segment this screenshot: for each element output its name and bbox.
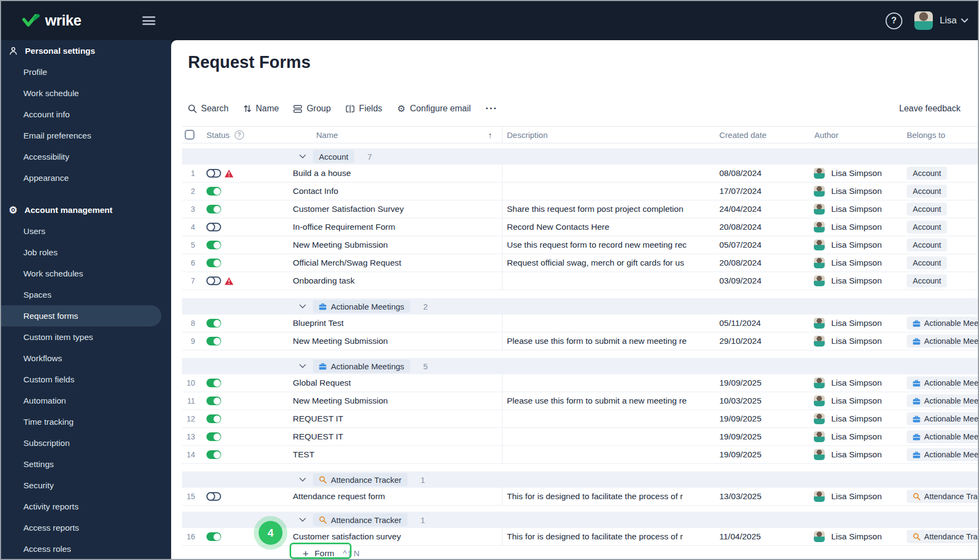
more-options-button[interactable]: ··· (486, 103, 498, 115)
column-header-author[interactable]: Author (809, 130, 901, 140)
sidebar-item-users[interactable]: Users (1, 221, 171, 242)
status-toggle[interactable] (206, 379, 221, 387)
group-header[interactable]: Attendance Tracker1 (182, 471, 978, 488)
leave-feedback-link[interactable]: Leave feedback (899, 104, 961, 114)
table-row[interactable]: 9New Meeting SubmissionPlease use this f… (182, 332, 978, 350)
status-toggle[interactable] (206, 205, 221, 213)
form-name[interactable]: Build a a house (287, 168, 502, 178)
sidebar-item-automation[interactable]: Automation (1, 390, 171, 411)
group-pill[interactable]: Account (313, 150, 354, 163)
column-header-name[interactable]: Name ↑ (287, 127, 502, 143)
chevron-down-icon[interactable] (299, 477, 306, 482)
select-all-checkbox[interactable] (185, 130, 194, 140)
sidebar-item-appearance[interactable]: Appearance (1, 167, 171, 188)
table-row[interactable]: 6Official Merch/Swag RequestRequest offi… (182, 254, 978, 272)
form-name[interactable]: New Meeting Submission (287, 240, 502, 250)
sidebar-item-work-schedule[interactable]: Work schedule (1, 83, 171, 104)
table-row[interactable]: 12REQUEST IT19/09/2025Lisa SimpsonAction… (182, 410, 978, 428)
status-toggle[interactable] (206, 187, 221, 196)
status-toggle[interactable] (206, 414, 221, 423)
table-row[interactable]: 7Onboarding task03/09/2024Lisa SimpsonAc… (182, 272, 978, 290)
sidebar-item-access-roles[interactable]: Access roles (1, 538, 171, 559)
sidebar-item-spaces[interactable]: Spaces (1, 284, 171, 305)
table-row[interactable]: 16Customer satisfaction surveyThis for i… (182, 528, 978, 546)
group-pill[interactable]: Actionable Meetings (313, 300, 410, 313)
sidebar-item-security[interactable]: Security (1, 475, 171, 496)
status-toggle[interactable] (206, 337, 221, 345)
status-toggle[interactable] (206, 492, 221, 501)
sidebar-section-personal-settings[interactable]: Personal settings (1, 40, 171, 61)
chevron-down-icon[interactable] (961, 18, 968, 23)
group-header[interactable]: Actionable Meetings5 (182, 358, 978, 374)
table-row[interactable]: 13REQUEST IT19/09/2025Lisa SimpsonAction… (182, 428, 978, 446)
status-toggle[interactable] (206, 450, 221, 459)
form-name[interactable]: In-office Requirement Form (287, 222, 502, 232)
form-name[interactable]: Official Merch/Swag Request (287, 258, 502, 268)
form-name[interactable]: REQUEST IT (287, 414, 502, 424)
form-name[interactable]: Global Request (287, 378, 502, 388)
form-name[interactable]: Blueprint Test (287, 318, 502, 328)
sidebar-item-settings[interactable]: Settings (1, 454, 171, 475)
table-row[interactable]: 3Customer Satisfaction SurveyShare this … (182, 200, 978, 218)
form-name[interactable]: REQUEST IT (287, 432, 502, 442)
configure-email-button[interactable]: ⚙ Configure email (397, 104, 471, 114)
help-icon[interactable]: ? (886, 12, 902, 29)
sidebar-item-custom-item-types[interactable]: Custom item types (1, 326, 171, 348)
sidebar-item-profile[interactable]: Profile (1, 61, 171, 83)
status-toggle[interactable] (206, 532, 221, 541)
chevron-down-icon[interactable] (299, 154, 306, 159)
sidebar-section-account-management[interactable]: ⚙Account management (1, 199, 171, 221)
group-pill[interactable]: Attendance Tracker (313, 473, 407, 486)
sidebar-item-activity-reports[interactable]: Activity reports (1, 496, 171, 517)
group-header[interactable]: Actionable Meetings2 (182, 298, 978, 314)
sidebar-item-job-roles[interactable]: Job roles (1, 242, 171, 263)
form-name[interactable]: Contact Info (287, 186, 502, 196)
add-form-button[interactable]: Form (315, 549, 334, 558)
table-row[interactable]: 14TEST19/09/2025Lisa SimpsonActionable M… (182, 446, 978, 464)
sidebar-item-access-reports[interactable]: Access reports (1, 517, 171, 538)
column-header-description[interactable]: Description (502, 127, 714, 143)
group-pill[interactable]: Attendance Tracker (313, 513, 407, 526)
add-form-row[interactable]: + Form ^⇧N (182, 546, 978, 559)
sidebar-item-custom-fields[interactable]: Custom fields (1, 369, 171, 390)
column-header-belongs-to[interactable]: Belongs to (901, 130, 978, 140)
sidebar-item-workflows[interactable]: Workflows (1, 348, 171, 369)
table-row[interactable]: 15Attendance request formThis for is des… (182, 488, 978, 506)
wrike-logo[interactable]: wrike (22, 12, 81, 29)
status-toggle[interactable] (206, 259, 221, 267)
chevron-down-icon[interactable] (299, 304, 306, 309)
form-name[interactable]: New Meeting Submission (287, 336, 502, 346)
table-row[interactable]: 5New Meeting SubmissionUse this request … (182, 236, 978, 254)
column-header-status[interactable]: Status ? (201, 130, 287, 140)
status-toggle[interactable] (206, 169, 221, 178)
table-row[interactable]: 8Blueprint Test05/11/2024Lisa SimpsonAct… (182, 314, 978, 332)
table-row[interactable]: 2Contact Info17/07/2024Lisa SimpsonAccou… (182, 183, 978, 200)
hamburger-menu-icon[interactable] (142, 16, 155, 25)
group-button[interactable]: Group (293, 104, 330, 114)
column-header-created-date[interactable]: Created date (714, 130, 809, 140)
sort-button[interactable]: Name (243, 104, 279, 114)
form-name[interactable]: Customer satisfaction survey (287, 532, 502, 542)
user-name[interactable]: Lisa (940, 15, 957, 26)
table-row[interactable]: 10Global Request19/09/2025Lisa SimpsonAc… (182, 374, 978, 392)
group-header[interactable]: Attendance Tracker1 (182, 512, 978, 528)
table-row[interactable]: 11New Meeting SubmissionPlease use this … (182, 392, 978, 410)
status-help-icon[interactable]: ? (235, 130, 244, 140)
sidebar-item-time-tracking[interactable]: Time tracking (1, 411, 171, 432)
chevron-down-icon[interactable] (299, 364, 306, 368)
sort-ascending-icon[interactable]: ↑ (488, 130, 493, 140)
avatar[interactable] (914, 11, 933, 30)
sidebar-item-email-preferences[interactable]: Email preferences (1, 125, 171, 146)
table-row[interactable]: 1Build a a house08/08/2024Lisa SimpsonAc… (182, 165, 978, 183)
sidebar-item-subscription[interactable]: Subscription (1, 432, 171, 454)
form-name[interactable]: TEST (287, 450, 502, 460)
fields-button[interactable]: Fields (346, 104, 382, 114)
form-name[interactable]: New Meeting Submission (287, 396, 502, 406)
form-name[interactable]: Onboarding task (287, 276, 502, 286)
sidebar-item-request-forms[interactable]: Request forms (1, 305, 161, 326)
status-toggle[interactable] (206, 397, 221, 405)
form-name[interactable]: Attendance request form (287, 492, 502, 501)
sidebar-item-account-info[interactable]: Account info (1, 104, 171, 125)
chevron-down-icon[interactable] (299, 518, 306, 522)
group-header[interactable]: Account7 (182, 148, 978, 165)
